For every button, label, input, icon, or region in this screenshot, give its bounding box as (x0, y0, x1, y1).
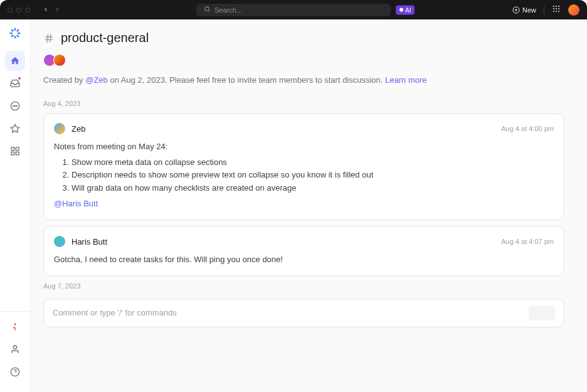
send-button[interactable] (529, 305, 555, 320)
svg-point-13 (558, 11, 559, 12)
channel-title: product-general (61, 31, 149, 45)
ai-dot-icon (399, 8, 403, 12)
message-list: Show more meta data on collapse sections… (54, 156, 554, 194)
author-avatar[interactable] (54, 123, 65, 134)
sidebar (0, 19, 31, 392)
search-input[interactable]: Search... (196, 4, 391, 16)
user-avatar[interactable] (568, 4, 579, 16)
svg-line-18 (11, 29, 13, 31)
notification-dot-icon (18, 77, 21, 80)
sidebar-item-people[interactable] (5, 339, 25, 359)
svg-point-25 (16, 105, 17, 106)
message-text: Gotcha, I need to create tasks for this.… (54, 253, 554, 267)
svg-line-19 (17, 35, 19, 37)
svg-rect-30 (11, 152, 14, 155)
maximize-window-icon[interactable] (25, 8, 30, 13)
svg-rect-28 (16, 147, 19, 151)
svg-point-6 (556, 6, 557, 7)
close-window-icon[interactable] (8, 8, 13, 13)
svg-line-21 (17, 29, 19, 31)
svg-point-12 (556, 11, 557, 12)
nav-back-icon[interactable] (43, 6, 49, 14)
minimize-window-icon[interactable] (16, 8, 21, 13)
sidebar-item-more[interactable] (5, 96, 25, 116)
sidebar-item-inbox[interactable] (5, 73, 25, 93)
created-prefix: Created by (43, 75, 85, 85)
message-time: Aug 4 at 4:07 pm (501, 238, 554, 245)
ai-button[interactable]: AI (396, 5, 415, 14)
channel-header: product-general (43, 31, 564, 45)
sidebar-item-favorites[interactable] (5, 119, 25, 139)
app-logo-icon[interactable] (9, 27, 21, 40)
creator-mention[interactable]: @Zeb (85, 75, 108, 85)
new-label: New (522, 6, 536, 14)
ai-label: AI (405, 6, 411, 13)
author-avatar[interactable] (54, 236, 65, 247)
divider (544, 6, 544, 14)
list-item: Will grab data on how many checklists ar… (71, 182, 554, 194)
message-time: Aug 4 at 4:00 pm (501, 125, 554, 132)
list-item: Description needs to show some preview t… (71, 169, 554, 181)
search-placeholder: Search... (214, 6, 242, 14)
nav-forward-icon[interactable] (54, 6, 60, 14)
header-right: New (512, 4, 579, 16)
svg-point-5 (553, 6, 554, 7)
sidebar-item-dashboards[interactable] (5, 141, 25, 161)
svg-point-24 (14, 105, 15, 106)
svg-line-20 (11, 35, 13, 37)
svg-line-1 (208, 10, 209, 11)
svg-line-36 (47, 34, 48, 43)
sidebar-item-help[interactable] (5, 362, 25, 382)
member-avatar (53, 54, 66, 66)
message-author: Zeb (71, 124, 85, 134)
message-card: Zeb Aug 4 at 4:00 pm Notes from meeting … (43, 114, 564, 220)
svg-point-23 (13, 105, 14, 106)
date-separator: Aug 4, 2023 (43, 100, 564, 107)
list-item: Show more meta data on collapse sections (71, 156, 554, 169)
svg-line-37 (50, 34, 51, 43)
apps-grid-icon[interactable] (552, 4, 561, 15)
compose-placeholder: Comment or type '/' for commands (53, 308, 529, 317)
hash-icon (43, 33, 55, 44)
svg-point-9 (556, 8, 557, 9)
message-text: Notes from meeting on May 24: (54, 140, 554, 154)
sidebar-item-home[interactable] (5, 51, 25, 71)
svg-marker-26 (11, 124, 19, 132)
nav-arrows (43, 6, 60, 14)
title-bar: Search... AI New (0, 0, 587, 19)
created-suffix: on Aug 2, 2023. Please feel free to invi… (108, 75, 385, 85)
window-controls (8, 8, 30, 13)
svg-point-31 (13, 346, 16, 349)
message-card: Haris Butt Aug 4 at 4:07 pm Gotcha, I ne… (43, 226, 564, 276)
svg-rect-27 (11, 147, 14, 151)
new-button[interactable]: New (512, 6, 536, 14)
channel-description: Created by @Zeb on Aug 2, 2023. Please f… (43, 75, 564, 85)
svg-point-0 (205, 7, 209, 11)
search-icon (204, 6, 211, 14)
date-separator: Aug 7, 2023 (43, 282, 564, 290)
member-avatars[interactable] (43, 54, 564, 66)
learn-more-link[interactable]: Learn more (385, 75, 426, 85)
message-author: Haris Butt (71, 237, 107, 246)
svg-point-11 (553, 11, 554, 12)
content-area: product-general Created by @Zeb on Aug 2… (31, 19, 587, 392)
user-mention[interactable]: @Haris Butt (54, 199, 98, 208)
svg-point-10 (558, 8, 559, 9)
svg-rect-29 (16, 152, 19, 155)
svg-point-7 (558, 6, 559, 7)
svg-point-8 (553, 8, 554, 9)
compose-input[interactable]: Comment or type '/' for commands (43, 299, 564, 327)
sidebar-item-upgrade[interactable] (5, 317, 25, 337)
